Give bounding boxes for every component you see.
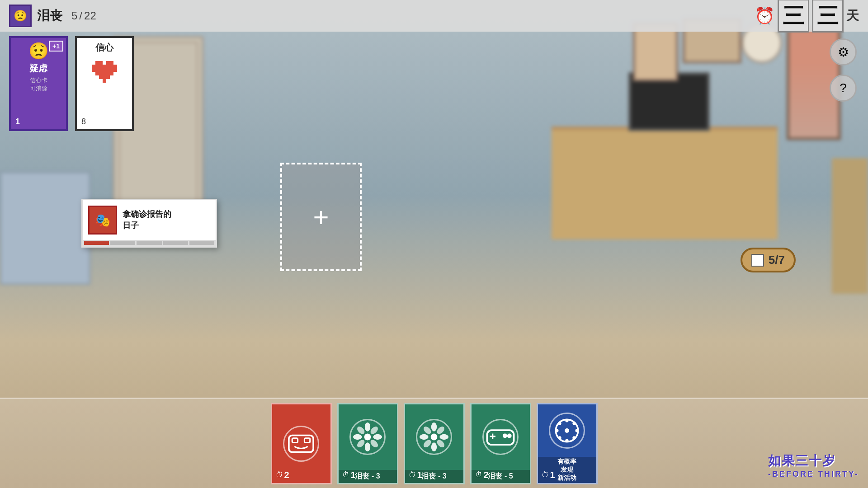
card-cost-2: ⏱ 1 bbox=[342, 470, 356, 480]
faith-card[interactable]: 信心 8 bbox=[75, 36, 134, 131]
quest-bar-4 bbox=[163, 241, 188, 245]
clock-icon: ⏰ bbox=[755, 6, 775, 25]
day-digit-2: 三 bbox=[812, 0, 844, 33]
card-green-2[interactable]: 泪丧 - 3 ⏱ 1 bbox=[404, 403, 465, 484]
svg-point-19 bbox=[422, 438, 433, 449]
cost-clock-icon-5: ⏱ bbox=[542, 471, 549, 479]
quest-text-area: 拿确诊报告的 日子 bbox=[123, 209, 171, 231]
svg-point-8 bbox=[356, 425, 366, 436]
hud-count-max: 22 bbox=[84, 9, 96, 22]
top-hud: 😟 泪丧 5 / 22 ⏰ 三 三 天 bbox=[0, 0, 868, 32]
svg-rect-2 bbox=[304, 438, 310, 442]
svg-point-28 bbox=[565, 419, 568, 422]
svg-point-22 bbox=[503, 434, 507, 438]
bottom-card-tray: ⏱ 2 泪丧 - 3 bbox=[0, 398, 868, 488]
activity-symbol-5 bbox=[549, 413, 585, 449]
tear-icon-symbol: 😟 bbox=[14, 9, 27, 22]
flower-svg-2 bbox=[351, 420, 384, 454]
help-button[interactable]: ? bbox=[827, 72, 859, 104]
svg-point-5 bbox=[365, 442, 370, 451]
flower-symbol-2 bbox=[349, 419, 386, 455]
quest-icon: 🎭 bbox=[88, 206, 117, 235]
card-counter: 5/7 bbox=[741, 248, 796, 272]
card-drop-zone[interactable]: + bbox=[280, 163, 362, 271]
quest-mask-icon: 🎭 bbox=[95, 213, 111, 228]
settings-button[interactable]: ⚙ bbox=[827, 36, 859, 68]
svg-point-16 bbox=[439, 434, 448, 440]
cost-num-2: 1 bbox=[351, 470, 356, 480]
svg-point-29 bbox=[565, 439, 568, 442]
card-icon-area-3 bbox=[405, 404, 463, 470]
card-green-1[interactable]: 泪丧 - 3 ⏱ 1 bbox=[337, 403, 398, 484]
svg-point-12 bbox=[431, 434, 438, 441]
brand-logo: 如果三十岁 -BEFORE THIRTY- bbox=[768, 452, 859, 479]
help-icon: ? bbox=[830, 75, 857, 102]
cost-num-3: 1 bbox=[417, 470, 422, 480]
status-card-badge: +1 bbox=[49, 41, 63, 52]
svg-point-17 bbox=[422, 425, 433, 436]
svg-point-32 bbox=[558, 422, 561, 425]
status-card-num: 1 bbox=[15, 117, 20, 127]
quest-title-line2: 日子 bbox=[123, 220, 171, 231]
cost-clock-icon-2: ⏱ bbox=[342, 471, 349, 479]
card-cost-5: ⏱ 1 bbox=[542, 470, 555, 480]
quest-title-line1: 拿确诊报告的 bbox=[123, 209, 171, 220]
svg-point-34 bbox=[558, 436, 561, 439]
quest-progress-bar bbox=[83, 240, 216, 246]
day-unit-label: 天 bbox=[846, 7, 859, 24]
desk bbox=[552, 127, 778, 239]
brand-logo-sub: -BEFORE THIRTY- bbox=[768, 469, 859, 479]
quest-bar-1 bbox=[84, 241, 109, 245]
card-cost-3: ⏱ 1 bbox=[409, 470, 422, 480]
status-card-icon: 😟 bbox=[28, 42, 49, 61]
cost-clock-icon-1: ⏱ bbox=[276, 471, 283, 479]
hud-title: 泪丧 bbox=[37, 7, 62, 24]
day-counter: ⏰ 三 三 天 bbox=[755, 0, 859, 33]
svg-point-33 bbox=[572, 422, 576, 425]
activity-svg-5 bbox=[550, 414, 584, 447]
svg-point-3 bbox=[364, 434, 371, 441]
svg-point-18 bbox=[435, 425, 446, 436]
quest-bar-5 bbox=[189, 241, 214, 245]
hud-count-separator: / bbox=[79, 9, 82, 22]
quest-bar-3 bbox=[137, 241, 161, 245]
svg-point-23 bbox=[507, 434, 512, 438]
svg-point-27 bbox=[565, 428, 569, 433]
quest-popup-body: 🎭 拿确诊报告的 日子 bbox=[83, 200, 216, 240]
mask-symbol-1 bbox=[283, 426, 319, 462]
bookshelf bbox=[832, 158, 868, 294]
status-card-desc-line1: 信心卡 bbox=[30, 76, 47, 84]
cost-num-1: 2 bbox=[284, 470, 289, 480]
flower-symbol-3 bbox=[416, 419, 452, 455]
cost-clock-icon-3: ⏱ bbox=[409, 471, 416, 479]
svg-point-14 bbox=[431, 442, 437, 451]
svg-point-4 bbox=[365, 422, 370, 432]
mask-svg-1 bbox=[284, 427, 318, 460]
card-green-3[interactable]: 泪丧 - 5 ⏱ 2 bbox=[470, 403, 531, 484]
cost-num-5: 1 bbox=[550, 470, 555, 480]
card-cost-4: ⏱ 2 bbox=[475, 470, 489, 480]
status-card-name: 疑虑 bbox=[29, 62, 47, 75]
card-cost-1: ⏱ 2 bbox=[276, 470, 289, 480]
left-cards-area: +1 😟 疑虑 信心卡 可消除 1 信心 8 bbox=[9, 36, 134, 131]
card-icon-area-2 bbox=[339, 404, 397, 470]
gamepad-svg-4 bbox=[484, 420, 517, 454]
svg-point-20 bbox=[435, 438, 446, 449]
card-red-mask[interactable]: ⏱ 2 bbox=[271, 403, 332, 484]
svg-point-11 bbox=[369, 438, 379, 449]
gear-icon: ⚙ bbox=[830, 38, 857, 66]
quest-bar-2 bbox=[110, 241, 135, 245]
card-blue-activity[interactable]: 有概率 发现 新活动 ⏱ 1 bbox=[537, 403, 598, 484]
faith-card-num: 8 bbox=[81, 117, 86, 127]
card-counter-text: 5/7 bbox=[769, 253, 785, 267]
svg-point-9 bbox=[369, 425, 379, 436]
tear-icon: 😟 bbox=[9, 5, 32, 27]
hud-right: ⏰ 三 三 天 bbox=[755, 0, 859, 33]
day-digit-1: 三 bbox=[778, 0, 809, 33]
brand-logo-text: 如果三十岁 bbox=[768, 452, 859, 469]
drop-zone-plus-icon: + bbox=[313, 202, 329, 233]
bed bbox=[0, 172, 90, 285]
status-card-doubt[interactable]: +1 😟 疑虑 信心卡 可消除 1 bbox=[9, 36, 68, 131]
svg-point-10 bbox=[356, 438, 366, 449]
status-card-desc-line2: 可消除 bbox=[30, 84, 47, 93]
